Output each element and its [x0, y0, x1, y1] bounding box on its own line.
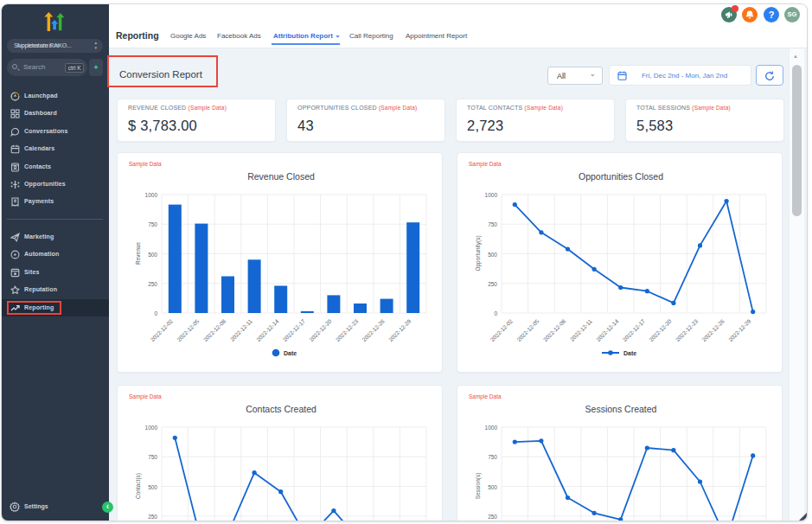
svg-text:Revenue: Revenue — [135, 242, 141, 265]
svg-text:2022-12-11: 2022-12-11 — [569, 317, 593, 342]
svg-text:Sample Data: Sample Data — [469, 161, 502, 168]
svg-text:2022-12-29: 2022-12-29 — [727, 317, 752, 342]
svg-text:0: 0 — [494, 310, 497, 316]
svg-text:Sessions Created: Sessions Created — [585, 404, 657, 414]
svg-text:2022-12-20: 2022-12-20 — [648, 317, 673, 342]
svg-text:2022-12-14: 2022-12-14 — [595, 317, 620, 342]
svg-text:Contact(s): Contact(s) — [135, 473, 142, 499]
svg-text:750: 750 — [148, 454, 157, 460]
svg-text:Contacts Created: Contacts Created — [246, 404, 316, 414]
svg-text:1000: 1000 — [485, 425, 498, 431]
svg-text:Opportunity(s): Opportunity(s) — [475, 235, 482, 271]
svg-text:750: 750 — [148, 221, 157, 227]
svg-text:500: 500 — [488, 252, 497, 258]
svg-text:2022-12-17: 2022-12-17 — [622, 317, 647, 342]
svg-text:Revenue Closed: Revenue Closed — [247, 171, 315, 182]
svg-text:2022-12-02: 2022-12-02 — [489, 317, 515, 342]
svg-text:2022-12-05: 2022-12-05 — [515, 317, 540, 342]
svg-text:2022-12-20: 2022-12-20 — [308, 317, 333, 342]
svg-text:500: 500 — [148, 484, 157, 490]
svg-text:750: 750 — [488, 454, 497, 460]
svg-text:1000: 1000 — [485, 192, 498, 198]
svg-text:2022-12-14: 2022-12-14 — [255, 317, 280, 342]
svg-text:250: 250 — [488, 514, 497, 520]
svg-text:2022-12-05: 2022-12-05 — [176, 317, 201, 342]
svg-text:2022-12-23: 2022-12-23 — [675, 317, 700, 342]
svg-text:1000: 1000 — [145, 425, 158, 431]
svg-text:500: 500 — [148, 252, 157, 258]
svg-text:Date: Date — [284, 350, 297, 356]
svg-text:2022-12-02: 2022-12-02 — [150, 317, 175, 342]
svg-text:Sample Data: Sample Data — [129, 161, 162, 168]
svg-text:250: 250 — [148, 281, 157, 287]
svg-text:500: 500 — [488, 484, 497, 490]
svg-text:1000: 1000 — [145, 192, 158, 198]
svg-text:Session(s): Session(s) — [475, 473, 482, 500]
svg-text:2022-12-26: 2022-12-26 — [700, 317, 726, 342]
svg-text:2022-12-29: 2022-12-29 — [387, 317, 412, 342]
svg-text:0: 0 — [154, 310, 157, 316]
svg-text:Sample Data: Sample Data — [469, 393, 502, 400]
svg-text:2022-12-26: 2022-12-26 — [361, 317, 386, 342]
svg-text:Opportunities Closed: Opportunities Closed — [579, 171, 663, 182]
svg-text:2022-12-08: 2022-12-08 — [542, 317, 567, 342]
svg-text:250: 250 — [488, 281, 497, 287]
svg-text:250: 250 — [148, 514, 157, 520]
svg-text:2022-12-23: 2022-12-23 — [335, 317, 360, 342]
svg-text:2022-12-11: 2022-12-11 — [229, 317, 253, 342]
svg-text:2022-12-08: 2022-12-08 — [202, 317, 227, 342]
svg-text:750: 750 — [488, 221, 497, 227]
svg-text:Sample Data: Sample Data — [129, 393, 162, 400]
svg-text:2022-12-17: 2022-12-17 — [282, 317, 307, 342]
svg-text:Date: Date — [623, 350, 636, 356]
